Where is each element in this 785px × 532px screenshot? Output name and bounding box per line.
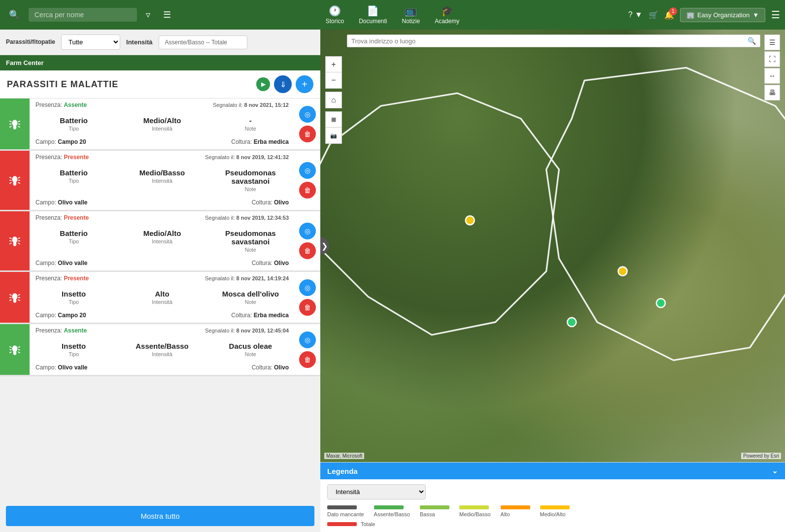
legend-item-label: Bassa <box>420 511 435 517</box>
map-search-input[interactable] <box>351 37 744 45</box>
pest-campo: Campo: Campo 20 <box>35 312 86 319</box>
legend-item-label: Assente/Basso <box>374 511 410 517</box>
pest-note-cell: Mosca dell'olivo Note <box>206 287 295 308</box>
add-button[interactable]: + <box>296 75 313 93</box>
pest-intensita-value: Medio/Basso <box>122 168 202 177</box>
farm-center-label: Farm Center <box>6 59 44 66</box>
pest-row: Presenza: Presente Segnalato il: 8 nov 2… <box>0 272 320 323</box>
locate-button[interactable]: ◎ <box>299 162 316 179</box>
totale-color-bar <box>327 522 357 526</box>
locate-button[interactable]: ◎ <box>299 332 316 348</box>
pest-note-label: Note <box>210 247 291 253</box>
home-button[interactable]: ⌂ <box>326 92 341 108</box>
svg-line-9 <box>9 177 11 178</box>
pest-side-actions: ◎ 🗑 <box>295 151 320 210</box>
zoom-in-button[interactable]: + <box>326 57 341 72</box>
legend-header[interactable]: Legenda ⌄ <box>320 463 785 479</box>
zoom-controls: + − <box>325 56 342 89</box>
search-input[interactable] <box>29 8 137 22</box>
pest-item: Presenza: Assente Segnalato il: 8 nov 20… <box>0 99 320 151</box>
pest-item-footer: Campo: Campo 20 Coltura: Erba medica <box>30 136 295 149</box>
org-label: Easy Organization <box>697 11 750 19</box>
nav-storico[interactable]: 🕐 Storico <box>326 5 344 25</box>
nav-documenti[interactable]: 📄 Documenti <box>359 5 387 25</box>
pest-content: Presenza: Presente Segnalato il: 8 nov 2… <box>30 151 295 210</box>
locate-button[interactable]: ◎ <box>299 106 316 123</box>
legend-item: Dato mancante <box>327 505 364 517</box>
download-button[interactable]: ⇓ <box>274 75 292 93</box>
search-button[interactable]: 🔍 <box>5 7 24 22</box>
segnalato-text: Segnalato il: 8 nov 2019, 12:41:32 <box>205 154 289 160</box>
print-button[interactable]: 🖶 <box>764 85 780 100</box>
legend-panel: Legenda ⌄ Intensità Dato mancante Assent… <box>320 462 785 532</box>
play-button[interactable]: ▶ <box>256 77 270 91</box>
pest-campo: Campo: Campo 20 <box>35 138 86 145</box>
mostra-tutto-row: Mostra tutto <box>0 500 320 532</box>
pest-item-header: Presenza: Assente Segnalato il: 8 nov 20… <box>30 324 295 337</box>
pest-row: Presenza: Presente Segnalato il: 8 nov 2… <box>0 211 320 270</box>
photo-button[interactable]: 📷 <box>326 128 341 143</box>
cart-button[interactable]: 🛒 <box>648 10 658 20</box>
svg-line-25 <box>9 294 11 295</box>
svg-line-30 <box>18 299 20 300</box>
svg-line-27 <box>9 299 11 300</box>
pest-coltura: Coltura: Olivo <box>252 364 289 371</box>
list-icon-btn[interactable]: ☰ <box>159 7 175 22</box>
map-toolbar-right: ☰ ⛶ ↔ 🖶 <box>764 34 780 100</box>
legend-color-bar <box>459 505 489 509</box>
pest-item-footer: Campo: Olivo valle Coltura: Olivo <box>30 197 295 210</box>
presenza-value: Presente <box>64 275 89 282</box>
delete-button[interactable]: 🗑 <box>299 299 316 316</box>
locate-button[interactable]: ◎ <box>299 223 316 239</box>
mostra-tutto-button[interactable]: Mostra tutto <box>6 506 314 526</box>
delete-button[interactable]: 🗑 <box>299 126 316 142</box>
pest-note-cell: Pseudomonas savastanoi Note <box>206 226 295 256</box>
pest-tipo-value: Insetto <box>34 342 114 350</box>
legend-chevron-icon: ⌄ <box>772 466 778 475</box>
nav-academy[interactable]: 🎓 Academy <box>435 5 459 25</box>
pest-note-cell: - Note <box>206 113 295 134</box>
filter-icon-btn[interactable]: ▿ <box>142 7 154 22</box>
segnalato-text: Segnalato il: 8 nov 2019, 12:34:53 <box>205 215 289 221</box>
top-nav: 🔍 ▿ ☰ 🕐 Storico 📄 Documenti 📺 Notizie 🎓 … <box>0 0 785 30</box>
nav-center: 🕐 Storico 📄 Documenti 📺 Notizie 🎓 Academ… <box>326 5 459 25</box>
parassiti-label: Parassiti/fitopatie <box>6 38 55 45</box>
qr-button[interactable]: ▦ <box>326 112 341 128</box>
pest-note-cell: Pseudomonas savastanoi Note <box>206 166 295 195</box>
svg-line-28 <box>18 294 20 295</box>
pest-intensita-label: Intensità <box>122 351 202 357</box>
svg-line-38 <box>18 352 20 353</box>
pest-side-actions: ◎ 🗑 <box>295 99 320 149</box>
pest-note-value: Mosca dell'olivo <box>210 290 291 298</box>
delete-button[interactable]: 🗑 <box>299 182 316 199</box>
range-slider[interactable]: Assente/Basso -- Totale <box>159 35 247 49</box>
list-view-button[interactable]: ☰ <box>764 34 780 50</box>
presenza-label: Presenza: Presente <box>35 214 89 221</box>
nav-notizie[interactable]: 📺 Notizie <box>402 5 420 25</box>
legend-select[interactable]: Intensità <box>327 484 426 499</box>
map-toolbar-left: + − ⌂ ▦ 📷 <box>325 56 342 146</box>
delete-button[interactable]: 🗑 <box>299 351 316 368</box>
pest-intensita-cell: Medio/Basso Intensità <box>118 166 206 195</box>
org-button[interactable]: 🏢 Easy Organization ▼ <box>680 8 765 22</box>
legend-color-bar <box>374 505 404 509</box>
pest-tipo-cell: Insetto Tipo <box>30 287 118 308</box>
locate-button[interactable]: ◎ <box>299 279 316 296</box>
legend-title: Legenda <box>327 467 358 475</box>
hamburger-button[interactable]: ☰ <box>771 9 780 21</box>
crop-button[interactable]: ⛶ <box>764 51 780 67</box>
range-label: Assente/Basso -- Totale <box>165 39 228 46</box>
pest-content: Presenza: Presente Segnalato il: 8 nov 2… <box>30 272 295 323</box>
notification-button[interactable]: 🔔 1 <box>664 10 674 20</box>
delete-button[interactable]: 🗑 <box>299 242 316 259</box>
pest-intensita-value: Assente/Basso <box>122 342 202 350</box>
resize-button[interactable]: ↔ <box>764 68 780 84</box>
pest-coltura: Coltura: Erba medica <box>231 138 289 145</box>
parassiti-select[interactable]: Tutte <box>61 34 120 50</box>
pest-item: Presenza: Presente Segnalato il: 8 nov 2… <box>0 211 320 272</box>
help-button[interactable]: ? ▼ <box>628 10 643 19</box>
map-container[interactable]: 🔍 + − ⌂ ▦ 📷 <box>320 30 785 462</box>
zoom-out-button[interactable]: − <box>326 72 341 88</box>
panel-header: Farm Center <box>0 55 320 70</box>
pest-intensita-label: Intensità <box>122 238 202 244</box>
